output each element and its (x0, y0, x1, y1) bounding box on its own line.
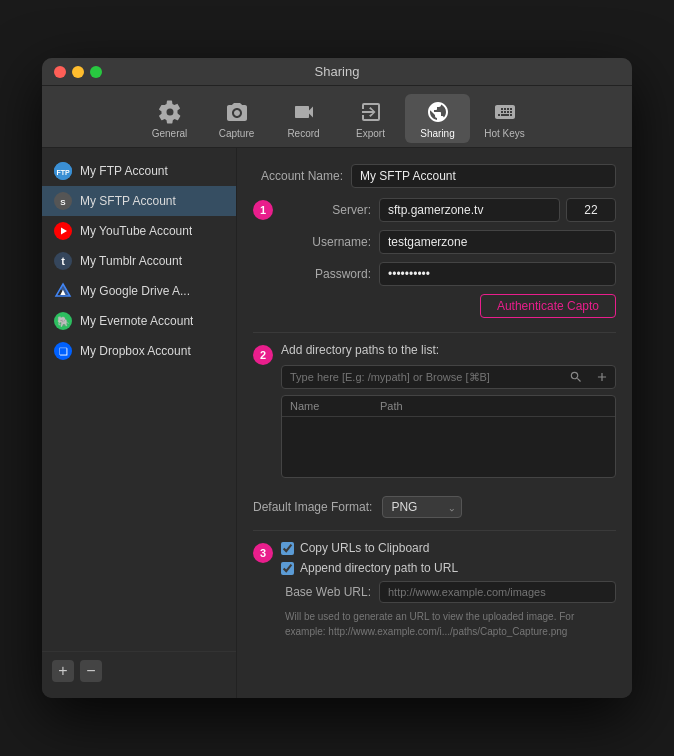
base-url-input[interactable] (379, 581, 616, 603)
server-input[interactable] (379, 198, 560, 222)
dropbox-icon: ❏ (54, 342, 72, 360)
sidebar-item-sftp[interactable]: S My SFTP Account (42, 186, 236, 216)
toolbar-sharing[interactable]: Sharing (405, 94, 470, 143)
table-header: Name Path (282, 396, 615, 417)
toolbar-general[interactable]: General (137, 94, 202, 143)
keyboard-icon (491, 98, 519, 126)
password-row: Password: (281, 262, 616, 286)
account-name-input[interactable] (351, 164, 616, 188)
col-path: Path (380, 400, 607, 412)
svg-text:S: S (60, 198, 66, 207)
server-label: Server: (281, 203, 371, 217)
sidebar-footer: + − (42, 651, 236, 690)
append-dir-row: Append directory path to URL (281, 561, 616, 575)
format-select-wrapper: PNG JPEG GIF TIFF (382, 496, 462, 518)
sidebar-item-gdrive[interactable]: ▲ My Google Drive A... (42, 276, 236, 306)
base-url-label: Base Web URL: (281, 585, 371, 599)
title-bar: Sharing (42, 58, 632, 86)
svg-text:FTP: FTP (56, 169, 70, 176)
toolbar-record[interactable]: Record (271, 94, 336, 143)
path-input[interactable] (282, 366, 563, 388)
default-format-row: Default Image Format: PNG JPEG GIF TIFF (253, 496, 616, 518)
dropbox-label: My Dropbox Account (80, 344, 191, 358)
toolbar-sharing-label: Sharing (420, 128, 454, 139)
path-input-row (281, 365, 616, 389)
toolbar-export-label: Export (356, 128, 385, 139)
svg-text:❏: ❏ (59, 346, 68, 357)
default-format-label: Default Image Format: (253, 500, 372, 514)
remove-account-button[interactable]: − (80, 660, 102, 682)
step-2-badge: 2 (253, 345, 273, 365)
gdrive-label: My Google Drive A... (80, 284, 190, 298)
evernote-icon: 🐘 (54, 312, 72, 330)
sidebar-item-dropbox[interactable]: ❏ My Dropbox Account (42, 336, 236, 366)
step-1-badge: 1 (253, 200, 273, 220)
window-title: Sharing (315, 64, 360, 79)
server-input-group (379, 198, 616, 222)
content-area: FTP My FTP Account S My SFTP Account (42, 148, 632, 698)
search-icon-btn[interactable] (563, 366, 589, 388)
help-text: Will be used to generate an URL to view … (281, 609, 616, 639)
svg-text:🐘: 🐘 (57, 315, 70, 328)
copy-urls-row: Copy URLs to Clipboard (281, 541, 616, 555)
close-button[interactable] (54, 66, 66, 78)
svg-text:t: t (61, 255, 65, 267)
gear-icon (156, 98, 184, 126)
paths-table: Name Path (281, 395, 616, 478)
account-name-label: Account Name: (253, 169, 343, 183)
add-path-button[interactable] (589, 366, 615, 388)
toolbar-hotkeys[interactable]: Hot Keys (472, 94, 537, 143)
tumblr-icon: t (54, 252, 72, 270)
app-window: Sharing General Capture Record (42, 58, 632, 698)
password-label: Password: (281, 267, 371, 281)
authenticate-button[interactable]: Authenticate Capto (480, 294, 616, 318)
username-input[interactable] (379, 230, 616, 254)
server-row: Server: (281, 198, 616, 222)
gdrive-icon: ▲ (54, 282, 72, 300)
username-row: Username: (281, 230, 616, 254)
ftp-label: My FTP Account (80, 164, 168, 178)
evernote-label: My Evernote Account (80, 314, 193, 328)
youtube-icon (54, 222, 72, 240)
step-3-badge: 3 (253, 543, 273, 563)
sidebar-item-youtube[interactable]: My YouTube Account (42, 216, 236, 246)
accounts-list: FTP My FTP Account S My SFTP Account (42, 156, 236, 651)
account-name-row: Account Name: (253, 164, 616, 188)
minimize-button[interactable] (72, 66, 84, 78)
ftp-icon: FTP (54, 162, 72, 180)
toolbar-record-label: Record (287, 128, 319, 139)
base-url-row: Base Web URL: (281, 581, 616, 603)
sidebar-item-evernote[interactable]: 🐘 My Evernote Account (42, 306, 236, 336)
col-name: Name (290, 400, 380, 412)
sidebar-item-tumblr[interactable]: t My Tumblr Account (42, 246, 236, 276)
camera-icon (223, 98, 251, 126)
main-panel: Account Name: 1 Server: (237, 148, 632, 698)
copy-urls-checkbox[interactable] (281, 542, 294, 555)
append-dir-label: Append directory path to URL (300, 561, 458, 575)
toolbar-export[interactable]: Export (338, 94, 403, 143)
format-select[interactable]: PNG JPEG GIF TIFF (382, 496, 462, 518)
video-icon (290, 98, 318, 126)
sidebar: FTP My FTP Account S My SFTP Account (42, 148, 237, 698)
svg-text:▲: ▲ (59, 287, 68, 297)
toolbar-general-label: General (152, 128, 188, 139)
port-input[interactable] (566, 198, 616, 222)
export-icon (357, 98, 385, 126)
table-body (282, 417, 615, 477)
add-account-button[interactable]: + (52, 660, 74, 682)
toolbar-capture-label: Capture (219, 128, 255, 139)
sftp-label: My SFTP Account (80, 194, 176, 208)
password-input[interactable] (379, 262, 616, 286)
globe-icon (424, 98, 452, 126)
tumblr-label: My Tumblr Account (80, 254, 182, 268)
sidebar-item-ftp[interactable]: FTP My FTP Account (42, 156, 236, 186)
traffic-lights (54, 66, 102, 78)
username-label: Username: (281, 235, 371, 249)
append-dir-checkbox[interactable] (281, 562, 294, 575)
toolbar: General Capture Record Export (42, 86, 632, 148)
maximize-button[interactable] (90, 66, 102, 78)
toolbar-capture[interactable]: Capture (204, 94, 269, 143)
sftp-icon: S (54, 192, 72, 210)
copy-urls-label: Copy URLs to Clipboard (300, 541, 429, 555)
toolbar-hotkeys-label: Hot Keys (484, 128, 525, 139)
